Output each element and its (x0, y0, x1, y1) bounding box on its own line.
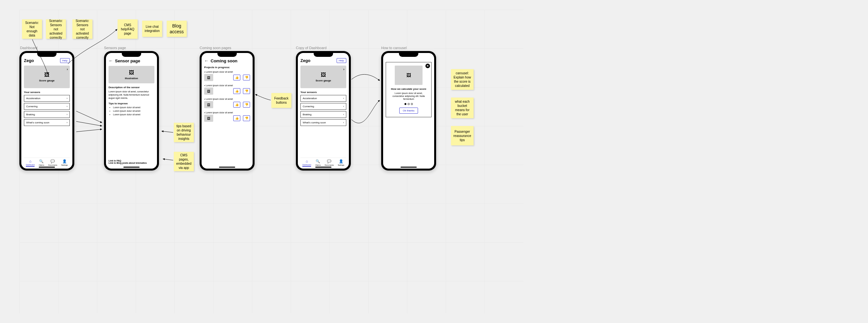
chat-icon: 💬 (327, 159, 332, 163)
sensor-item-cornering[interactable]: Cornering› (24, 103, 70, 110)
home-indicator (401, 167, 417, 168)
image-placeholder-icon: 🖼 (207, 90, 210, 93)
tip-item: Lorem ipsum dolor sit amet (113, 110, 154, 112)
image-placeholder-icon: 🖼 (207, 76, 210, 79)
sticky-feedback-buttons[interactable]: Feedback buttons (271, 93, 291, 108)
home-indicator (39, 167, 55, 168)
back-arrow-icon[interactable]: ← (108, 58, 113, 63)
project-text: • Lorem ipsum dolor sit amet (204, 84, 250, 87)
project-thumb: 🖼 (204, 74, 213, 81)
whats-coming-soon-item[interactable]: What's coming soon› (24, 119, 70, 126)
home-indicator (315, 167, 332, 168)
sticky-not-enough-data[interactable]: Scenario: Not enough data (22, 20, 42, 39)
sensor-description-heading: Description of the sensor (108, 86, 154, 89)
nav-settings[interactable]: 👤Settings (61, 159, 68, 167)
sticky-blog-access[interactable]: Blog access (167, 21, 187, 37)
brand-logo: Zego (301, 58, 310, 63)
project-text: • Lorem ipsum dolor sit amet (204, 98, 250, 100)
sticky-bucket-meaning[interactable]: what each bucket means for the user (451, 98, 473, 118)
tip-item: Lorem ipsum dolor sit amet (113, 106, 154, 108)
image-placeholder-icon: 🖼 (129, 70, 134, 75)
sticky-passenger-tips[interactable]: Passenger reassurance tips (451, 126, 473, 146)
chat-icon: 💬 (51, 159, 55, 163)
home-indicator (219, 167, 235, 168)
link-to-blog[interactable]: Link to Blog posts about telematics (108, 162, 154, 164)
project-thumb: 🖼 (204, 88, 213, 95)
back-arrow-icon[interactable]: ← (204, 58, 209, 63)
sticky-tips-driving[interactable]: tips based on driving behaviour insights (174, 123, 194, 142)
nav-settings[interactable]: 👤Settings (338, 159, 344, 167)
label-coming-soon: Coming soon pages (199, 46, 231, 50)
help-button[interactable]: Help (60, 58, 70, 63)
nav-claims[interactable]: 🔍Claims (39, 159, 44, 167)
thumb-down-button[interactable]: 👎 (243, 102, 250, 107)
notch (122, 53, 141, 57)
carousel-card: ✕ 🖼 How we calculate your score Lorem ip… (386, 62, 432, 117)
image-placeholder-icon: 🖼 (207, 117, 210, 120)
score-gauge-card[interactable]: › 🖼 Score gauge (301, 66, 346, 88)
nav-documents[interactable]: 💬Documents (48, 159, 57, 167)
project-thumb: 🖼 (204, 101, 213, 108)
sensor-item-acceleration[interactable]: Acceleration› (301, 95, 346, 102)
close-icon[interactable]: ✕ (426, 64, 430, 68)
thumb-down-button[interactable]: 👎 (243, 88, 250, 94)
help-button[interactable]: Help (337, 58, 346, 63)
notch (217, 53, 237, 57)
ok-thanks-button[interactable]: Ok thanks (399, 107, 418, 114)
thumb-up-button[interactable]: 👍 (233, 115, 240, 121)
link-to-faq[interactable]: Link to FAQ (108, 160, 154, 162)
nav-documents[interactable]: 💬Documents (324, 159, 334, 167)
carousel-title: How we calculate your score (391, 88, 426, 91)
sensor-item-braking[interactable]: Braking› (24, 111, 70, 118)
carousel-image: 🖼 (395, 66, 423, 85)
project-text: • Lorem ipsum dolor sit amet (204, 111, 250, 114)
whats-coming-soon-item[interactable]: What's coming soon› (301, 119, 346, 126)
image-placeholder-icon: 🖼 (44, 72, 50, 78)
sticky-sensors-not-activated-2[interactable]: Scenario: Sensors not activated correctl… (72, 20, 92, 39)
sticky-cms-embedded[interactable]: CMS pages, embedded via app (174, 152, 194, 171)
chevron-right-icon: › (343, 67, 344, 71)
sticky-cms-faq[interactable]: CMS help/FAQ page (118, 20, 137, 39)
thumb-down-button[interactable]: 👎 (243, 75, 250, 80)
home-icon: ⌂ (29, 159, 31, 163)
image-placeholder-icon: 🖼 (207, 103, 210, 106)
sticky-carousel-explain[interactable]: carousel: Explain how the score is calcu… (451, 69, 473, 90)
nav-dashboard[interactable]: ⌂Dashboard (302, 159, 311, 167)
tips-list: Lorem ipsum dolor sit amet Lorem ipsum d… (108, 106, 154, 117)
image-placeholder-icon: 🖼 (406, 73, 411, 78)
nav-dashboard[interactable]: ⌂Dashboard (26, 159, 35, 167)
phone-coming-soon: ← Coming soon Projects in progress: • Lo… (199, 51, 254, 170)
sensor-illustration: 🖼 Illustration (108, 66, 154, 83)
search-icon: 🔍 (316, 159, 320, 163)
home-icon: ⌂ (306, 159, 308, 163)
your-sensors-heading: Your sensors (301, 91, 346, 94)
sensor-item-braking[interactable]: Braking› (301, 111, 346, 118)
sticky-live-chat[interactable]: Live chat integration (142, 21, 162, 37)
nav-claims[interactable]: 🔍Claims (315, 159, 321, 167)
sensor-item-acceleration[interactable]: Acceleration› (24, 95, 70, 102)
notch (37, 53, 57, 57)
phone-dashboard: Zego Help › 🖼 Score gauge Your sensors A… (20, 51, 74, 170)
chevron-right-icon: › (66, 113, 67, 116)
dot[interactable] (408, 103, 410, 105)
projects-heading: Projects in progress: (204, 66, 250, 69)
chevron-right-icon: › (343, 121, 344, 124)
brand-logo: Zego (24, 58, 34, 63)
thumb-up-button[interactable]: 👍 (233, 88, 240, 94)
thumb-down-button[interactable]: 👎 (243, 115, 250, 121)
dot-active[interactable] (404, 103, 406, 105)
user-icon: 👤 (62, 159, 67, 163)
sticky-sensors-not-activated-1[interactable]: Scenario: Sensors not activated correctl… (46, 20, 66, 39)
chevron-right-icon: › (343, 105, 344, 108)
sensor-item-cornering[interactable]: Cornering› (301, 103, 346, 110)
chevron-right-icon: › (67, 67, 68, 71)
label-sensors-page: Sensors page (104, 46, 126, 50)
thumb-up-button[interactable]: 👍 (233, 102, 240, 107)
thumb-up-button[interactable]: 👍 (233, 75, 240, 80)
dot[interactable] (411, 103, 413, 105)
score-gauge-card[interactable]: › 🖼 Score gauge (24, 66, 70, 88)
project-item: • Lorem ipsum dolor sit amet 🖼 👍 👎 (204, 111, 250, 122)
project-item: • Lorem ipsum dolor sit amet 🖼 👍 👎 (204, 98, 250, 108)
tip-item: Lorem ipsum dolor sit amet (113, 114, 154, 116)
sensor-description-body: Lorem ipsum dolor sit amet, consectetur … (108, 90, 154, 99)
